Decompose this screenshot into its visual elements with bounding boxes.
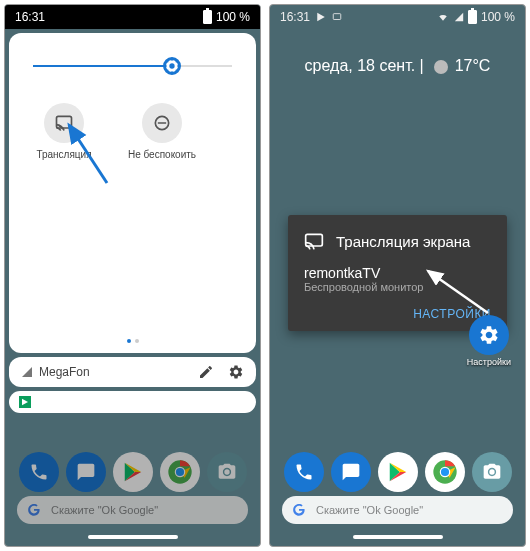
- dock: [5, 452, 260, 492]
- tile-dnd-label: Не беспокоить: [128, 149, 196, 160]
- date-text: среда, 18 сент.: [305, 57, 416, 74]
- weather-temp: 17°C: [455, 57, 491, 74]
- status-time: 16:31: [15, 10, 45, 24]
- cast-dialog-title: Трансляция экрана: [336, 233, 470, 250]
- dock-chrome-icon[interactable]: [160, 452, 200, 492]
- gear-icon[interactable]: [228, 364, 244, 380]
- cast-settings-button[interactable]: НАСТРОЙКИ: [304, 307, 491, 321]
- page-indicator: [127, 339, 139, 343]
- svg-point-0: [170, 63, 175, 68]
- status-time: 16:31: [280, 10, 310, 24]
- search-placeholder: Скажите "Ok Google": [316, 504, 423, 516]
- cast-notif-icon: [332, 12, 342, 22]
- quick-settings-panel: Трансляция Не беспокоить: [9, 33, 256, 353]
- dock: [270, 452, 525, 492]
- battery-pct: 100 %: [216, 10, 250, 24]
- battery-pct: 100 %: [481, 10, 515, 24]
- nav-bar[interactable]: [5, 528, 260, 546]
- dock-playstore-icon[interactable]: [113, 452, 153, 492]
- phone-right: 16:31 100 % среда, 18 сент. | 17°C Транс…: [269, 4, 526, 547]
- cloud-icon: [434, 60, 448, 74]
- cast-dialog: Трансляция экрана remontkaTV Беспроводно…: [288, 215, 507, 331]
- battery-icon: [468, 10, 477, 24]
- dock-phone-icon[interactable]: [284, 452, 324, 492]
- play-store-icon: [19, 396, 31, 408]
- cast-device-name: remontkaTV: [304, 265, 491, 281]
- cast-icon: [44, 103, 84, 143]
- signal-icon: [21, 366, 33, 378]
- search-bar[interactable]: Скажите "Ok Google": [17, 496, 248, 524]
- svg-rect-11: [306, 234, 323, 246]
- svg-point-16: [440, 468, 448, 476]
- dock-messages-icon[interactable]: [331, 452, 371, 492]
- status-bar: 16:31 100 %: [5, 5, 260, 29]
- dock-playstore-icon[interactable]: [378, 452, 418, 492]
- dock-phone-icon[interactable]: [19, 452, 59, 492]
- cast-device-item[interactable]: remontkaTV Беспроводной монитор: [304, 265, 491, 293]
- shortcut-label: Настройки: [467, 357, 511, 367]
- dock-camera-icon[interactable]: [472, 452, 512, 492]
- dock-messages-icon[interactable]: [66, 452, 106, 492]
- play-notif-icon: [316, 12, 326, 22]
- separator: |: [420, 57, 429, 74]
- edit-icon[interactable]: [198, 364, 214, 380]
- google-logo-icon: [27, 503, 41, 517]
- dock-chrome-icon[interactable]: [425, 452, 465, 492]
- dock-camera-icon[interactable]: [207, 452, 247, 492]
- nav-bar[interactable]: [270, 528, 525, 546]
- carrier-label: MegaFon: [39, 365, 90, 379]
- status-right: 100 %: [436, 10, 515, 24]
- settings-shortcut[interactable]: Настройки: [467, 315, 511, 367]
- brightness-thumb-icon[interactable]: [163, 57, 181, 75]
- svg-rect-10: [333, 14, 341, 20]
- svg-point-8: [175, 468, 183, 476]
- battery-icon: [203, 10, 212, 24]
- cast-device-subtitle: Беспроводной монитор: [304, 281, 491, 293]
- qs-footer: MegaFon: [9, 357, 256, 387]
- notification-strip[interactable]: [9, 391, 256, 413]
- tile-cast-label: Трансляция: [36, 149, 91, 160]
- signal-icon: [454, 12, 464, 22]
- wifi-icon: [436, 12, 450, 22]
- dnd-icon: [142, 103, 182, 143]
- tile-dnd[interactable]: Не беспокоить: [127, 103, 197, 160]
- cast-icon: [304, 231, 324, 251]
- date-weather[interactable]: среда, 18 сент. | 17°C: [270, 29, 525, 85]
- status-bar: 16:31 100 %: [270, 5, 525, 29]
- svg-point-17: [489, 469, 494, 474]
- status-right: 100 %: [203, 10, 250, 24]
- search-bar[interactable]: Скажите "Ok Google": [282, 496, 513, 524]
- search-placeholder: Скажите "Ok Google": [51, 504, 158, 516]
- svg-point-9: [224, 469, 229, 474]
- qs-tiles: Трансляция Не беспокоить: [19, 103, 246, 160]
- phone-left: 16:31 100 % Трансляция: [4, 4, 261, 547]
- tile-cast[interactable]: Трансляция: [29, 103, 99, 160]
- google-logo-icon: [292, 503, 306, 517]
- gear-icon: [469, 315, 509, 355]
- brightness-slider[interactable]: [33, 55, 232, 79]
